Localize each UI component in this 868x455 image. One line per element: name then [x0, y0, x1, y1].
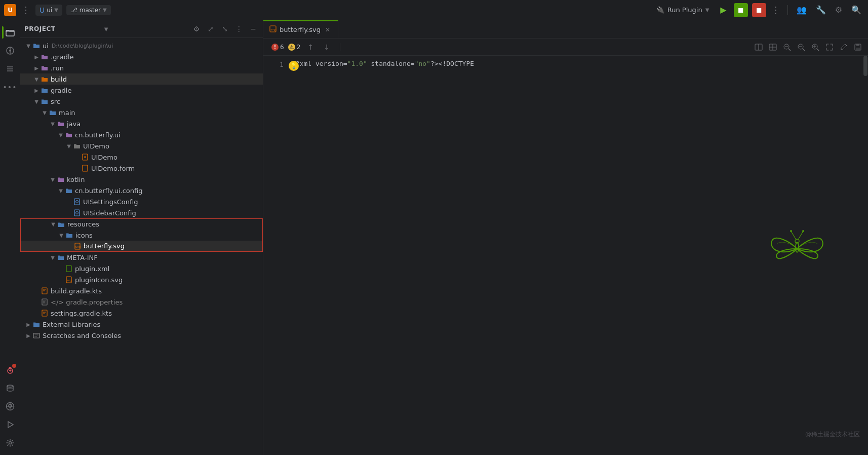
tree-item-uidemo-folder[interactable]: ▼ UIDemo — [20, 140, 263, 151]
warning-indicator[interactable]: ⚠ 2 — [288, 44, 301, 51]
tab-close-icon[interactable]: ✕ — [324, 26, 332, 34]
tree-item-uidemo-file[interactable]: ▶ UIDemo — [20, 151, 263, 163]
svg-rect-22 — [74, 199, 80, 205]
folder-icon-ui — [32, 42, 41, 50]
tree-item-uidemo-form[interactable]: ▶ UIDemo.form — [20, 163, 263, 174]
run-plugin-arrow: ▼ — [705, 7, 709, 13]
fullscreen-icon[interactable] — [823, 41, 836, 53]
svg-point-23 — [76, 201, 78, 203]
project-arrow: ▼ — [54, 7, 58, 13]
search-icon[interactable]: 🔍 — [849, 4, 864, 16]
play-button[interactable]: ▶ — [717, 4, 729, 16]
tree-label-src: src — [51, 98, 60, 105]
edit-icon[interactable] — [838, 41, 850, 53]
editor-scrollbar-thumb[interactable] — [863, 56, 867, 76]
activity-structure-icon[interactable] — [2, 61, 18, 77]
activity-settings-icon[interactable] — [2, 435, 18, 451]
svg-rect-54 — [856, 48, 860, 50]
tree-item-src[interactable]: ▼ src — [20, 96, 263, 107]
sidebar-title-arrow[interactable]: ▼ — [104, 26, 108, 32]
tree-item-gradle[interactable]: ▶ .gradle — [20, 51, 263, 62]
tree-item-cn-butterfly-ui-config[interactable]: ▼ cn.butterfly.ui.config — [20, 185, 263, 196]
zoom-in-icon[interactable] — [809, 41, 821, 53]
file-icon-gradle-properties — [41, 298, 49, 306]
arrow-cn-butterfly-ui: ▼ — [57, 131, 65, 139]
red-action-button[interactable]: ■ — [752, 3, 766, 17]
tree-label-uidemo-form: UIDemo.form — [91, 165, 135, 172]
tree-item-main[interactable]: ▼ main — [20, 107, 263, 118]
tree-item-gradle2[interactable]: ▶ gradle — [20, 85, 263, 96]
tree-label-pluginicon-svg: pluginIcon.svg — [75, 276, 123, 284]
tree-item-resources[interactable]: ▼ resources — [20, 218, 263, 230]
sidebar-collapse-btn[interactable]: ⤡ — [219, 23, 230, 34]
folder-icon-resources — [57, 220, 65, 229]
tree-item-build-gradle-kts[interactable]: ▶ build.gradle.kts — [20, 285, 263, 296]
tree-label-ui: ui — [43, 42, 49, 50]
more-options-icon[interactable]: ⋮ — [770, 5, 781, 15]
sidebar-close-btn[interactable]: − — [248, 23, 259, 34]
tree-item-pluginicon-svg[interactable]: ▶ svg pluginIcon.svg — [20, 274, 263, 285]
line-number-1: 1 — [280, 60, 284, 70]
green-icon: ■ — [738, 7, 743, 14]
menu-dots[interactable]: ⋮ — [20, 5, 31, 15]
run-plugin-button[interactable]: 🔌 Run Plugin ▼ — [652, 5, 714, 15]
editor-scrollbar[interactable] — [863, 56, 868, 455]
tree-item-external-libraries[interactable]: ▶ External Libraries — [20, 319, 263, 330]
intention-bulb-icon[interactable]: 💡 — [289, 61, 299, 71]
scroll-down-icon[interactable]: ↓ — [321, 41, 333, 53]
tree-item-settings-gradle-kts[interactable]: ▶ settings.gradle.kts — [20, 308, 263, 319]
settings-icon[interactable]: ⚙ — [833, 4, 845, 16]
tree-item-meta-inf[interactable]: ▼ META-INF — [20, 252, 263, 263]
sidebar-gear-btn[interactable]: ⚙ — [191, 23, 202, 34]
tree-item-java[interactable]: ▼ java — [20, 118, 263, 129]
split-grid-icon[interactable] — [767, 41, 779, 53]
zoom-fit-icon[interactable] — [781, 41, 793, 53]
save-icon[interactable] — [852, 41, 864, 53]
sidebar-menu-btn[interactable]: ⋮ — [233, 23, 245, 34]
file-icon-uidemo — [81, 153, 89, 161]
activity-git-icon[interactable] — [2, 43, 18, 59]
tree-item-ui-root[interactable]: ▼ ui D:\code\blog\plugin\ui — [20, 40, 263, 51]
tree-item-uisettingsconfig[interactable]: ▶ UISettingsConfig — [20, 196, 263, 207]
green-action-button[interactable]: ■ — [734, 3, 748, 17]
sidebar-expand-btn[interactable]: ⤢ — [205, 23, 216, 34]
tree-item-icons[interactable]: ▼ icons — [20, 230, 263, 241]
tree-item-uisidebarconfig[interactable]: ▶ UISidebarConfig — [20, 207, 263, 218]
branch-selector[interactable]: ⎇ master ▼ — [66, 5, 111, 15]
tree-item-build[interactable]: ▼ build — [20, 73, 263, 85]
users-icon[interactable]: 👥 — [794, 4, 809, 16]
tree-item-run[interactable]: ▶ .run — [20, 62, 263, 73]
activity-folder-icon[interactable] — [2, 24, 18, 41]
activity-more-icon[interactable]: ••• — [2, 79, 18, 95]
tree-item-scratches[interactable]: ▶ Scratches and Consoles — [20, 330, 263, 341]
zoom-out-icon[interactable] — [795, 41, 807, 53]
activity-location-icon[interactable] — [2, 398, 18, 414]
tree-item-gradle-properties[interactable]: ▶ </> gradle.properties — [20, 296, 263, 308]
project-selector[interactable]: U ui ▼ — [35, 5, 62, 16]
tree-label-run: .run — [51, 64, 64, 72]
tree-label-main: main — [59, 109, 75, 117]
scroll-up-icon[interactable]: ↑ — [304, 41, 317, 53]
tools-icon[interactable]: 🔧 — [813, 4, 828, 16]
tree-item-cn-butterfly-ui[interactable]: ▼ cn.butterfly.ui — [20, 129, 263, 140]
split-horizontal-icon[interactable] — [753, 41, 765, 53]
tree-label-uisettingsconfig: UISettingsConfig — [83, 198, 138, 206]
svg-line-46 — [803, 49, 805, 51]
tree-item-kotlin[interactable]: ▼ kotlin — [20, 174, 263, 185]
tree-item-plugin-xml[interactable]: ▶ plugin.xml — [20, 263, 263, 274]
editor-area: svg butterfly.svg ✕ ! 6 ⚠ — [263, 20, 868, 455]
activity-run-icon[interactable] — [2, 416, 18, 433]
arrow-external-libraries: ▶ — [24, 320, 32, 328]
tree-label-butterfly-svg: butterfly.svg — [84, 242, 125, 250]
error-indicator[interactable]: ! 6 — [271, 44, 284, 51]
branch-icon: ⎇ — [70, 7, 77, 14]
warning-count-badge: ⚠ — [288, 44, 295, 51]
tree-item-butterfly-svg[interactable]: ▶ svg butterfly.svg — [20, 241, 263, 252]
activity-bug-icon[interactable] — [2, 362, 18, 378]
activity-db-icon[interactable] — [2, 380, 18, 396]
folder-icon-run — [41, 64, 49, 72]
file-icon-build-gradle-kts — [41, 287, 49, 295]
warning-count: 2 — [297, 44, 301, 51]
editor-tab-butterfly-svg[interactable]: svg butterfly.svg ✕ — [263, 20, 338, 38]
svg-point-58 — [802, 230, 804, 232]
